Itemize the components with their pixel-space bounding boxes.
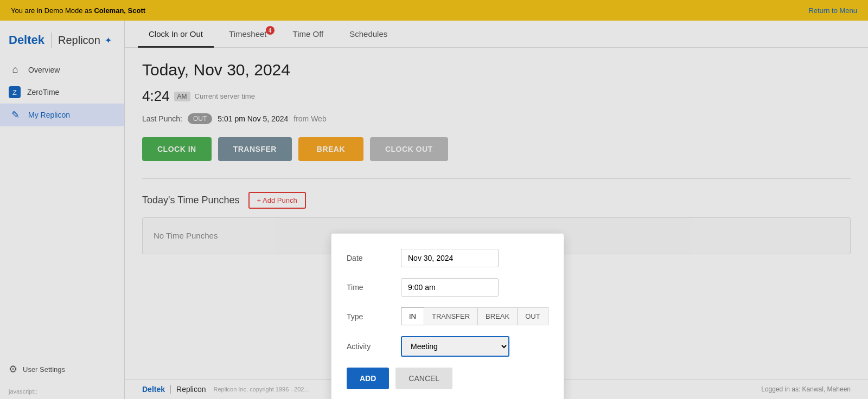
type-btn-in[interactable]: IN — [401, 307, 424, 325]
dialog-time-row: Time — [347, 278, 548, 297]
dialog-add-button[interactable]: ADD — [347, 368, 389, 389]
type-buttons-group: IN TRANSFER BREAK OUT — [401, 307, 548, 325]
dialog-date-label: Date — [347, 254, 390, 262]
type-btn-transfer[interactable]: TRANSFER — [424, 307, 477, 325]
dialog-activity-select[interactable]: Meeting Development Testing Design — [401, 336, 509, 357]
dialog-footer: ADD CANCEL — [347, 368, 548, 389]
dialog-time-input[interactable] — [401, 278, 499, 297]
dialog-activity-label: Activity — [347, 342, 390, 351]
dialog-time-label: Time — [347, 283, 390, 292]
dialog-date-row: Date — [347, 249, 548, 267]
dialog-date-input[interactable] — [401, 249, 499, 267]
type-btn-out[interactable]: OUT — [517, 307, 548, 325]
dialog-type-row: Type IN TRANSFER BREAK OUT — [347, 307, 548, 325]
dialog-activity-row: Activity Meeting Development Testing Des… — [347, 336, 548, 357]
dialog-type-label: Type — [347, 312, 390, 321]
type-btn-break[interactable]: BREAK — [477, 307, 517, 325]
add-punch-dialog: Date Time Type IN TRANSFER BREAK OUT Act… — [331, 233, 564, 399]
dialog-cancel-button[interactable]: CANCEL — [395, 368, 452, 389]
